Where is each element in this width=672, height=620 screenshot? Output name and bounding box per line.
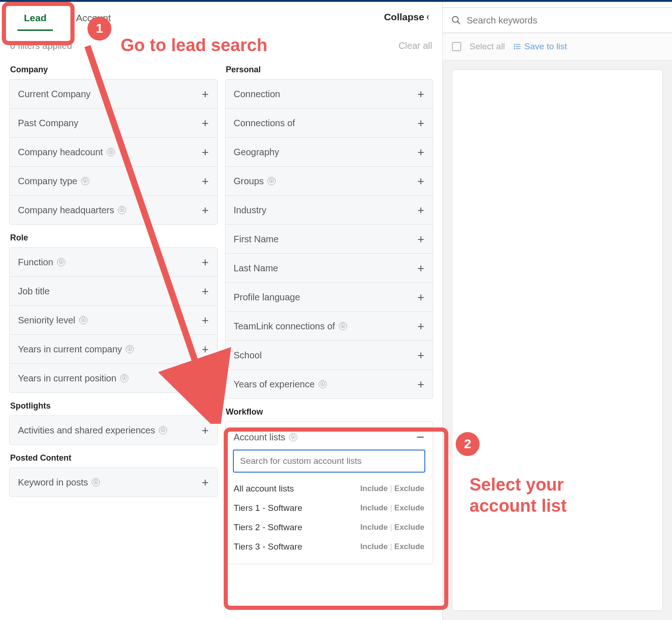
tab-account[interactable]: Account	[61, 3, 126, 31]
filter-first-name[interactable]: First Name+	[226, 225, 433, 254]
group-role: Function⦿+ Job title+ Seniority level⦿+ …	[9, 247, 218, 393]
tab-lead-label: Lead	[24, 12, 46, 23]
plus-icon: +	[417, 146, 424, 158]
chevron-left-icon: ‹	[427, 11, 429, 23]
list-item[interactable]: All account lists Include|Exclude	[234, 479, 425, 498]
search-icon	[451, 15, 461, 25]
filter-past-company[interactable]: Past Company+	[10, 109, 217, 138]
list-item[interactable]: Tiers 3 - Software Include|Exclude	[234, 537, 425, 556]
select-all-label: Select all	[469, 41, 505, 52]
keyword-search-bar	[443, 7, 672, 33]
svg-line-1	[458, 22, 460, 24]
filter-years-current-position[interactable]: Years in current position⦿+	[10, 364, 217, 392]
collapse-button[interactable]: Collapse ‹	[384, 11, 433, 23]
plus-icon: +	[202, 314, 209, 326]
filter-years-current-company[interactable]: Years in current company⦿+	[10, 335, 217, 364]
info-icon: ⦿	[81, 177, 89, 185]
info-icon: ⦿	[267, 177, 276, 185]
filter-connections-of[interactable]: Connections of+	[226, 109, 433, 138]
plus-icon: +	[417, 349, 424, 361]
keyword-search-input[interactable]	[467, 15, 664, 26]
collapse-label: Collapse	[384, 12, 424, 23]
group-company: Current Company+ Past Company+ Company h…	[9, 79, 218, 225]
include-button[interactable]: Include	[360, 542, 388, 551]
exclude-button[interactable]: Exclude	[394, 503, 424, 512]
results-toolbar: Select all Save to list	[443, 33, 672, 60]
filter-account-lists[interactable]: Account lists⦿ −	[226, 422, 433, 450]
info-icon: ⦿	[339, 322, 347, 330]
group-posted: Keyword in posts⦿+	[9, 468, 218, 497]
plus-icon: +	[202, 343, 209, 355]
filter-geography[interactable]: Geography+	[226, 138, 433, 167]
plus-icon: +	[202, 256, 209, 268]
group-personal: Connection+ Connections of+ Geography+ G…	[225, 79, 434, 399]
plus-icon: +	[202, 117, 209, 129]
clear-all-button[interactable]: Clear all	[399, 41, 432, 51]
list-item[interactable]: Tiers 1 - Software Include|Exclude	[234, 498, 425, 518]
filter-industry[interactable]: Industry+	[226, 196, 433, 225]
workflow-account-lists-panel: Account lists⦿ − All account lists Inclu…	[225, 421, 434, 564]
save-to-list-button[interactable]: Save to list	[513, 41, 567, 52]
info-icon: ⦿	[319, 380, 327, 388]
filter-last-name[interactable]: Last Name+	[226, 254, 433, 283]
exclude-button[interactable]: Exclude	[394, 523, 424, 532]
exclude-button[interactable]: Exclude	[394, 542, 424, 551]
filter-function[interactable]: Function⦿+	[10, 248, 217, 277]
account-lists-search-input[interactable]	[233, 450, 426, 473]
plus-icon: +	[202, 476, 209, 488]
include-button[interactable]: Include	[360, 523, 388, 532]
filter-profile-language[interactable]: Profile language+	[226, 283, 433, 312]
info-icon: ⦿	[57, 258, 65, 266]
account-lists-options: All account lists Include|Exclude Tiers …	[226, 479, 433, 564]
plus-icon: +	[202, 146, 209, 158]
minus-icon: −	[416, 430, 424, 444]
filter-school[interactable]: School+	[226, 341, 433, 370]
tab-account-label: Account	[76, 12, 111, 23]
filter-keyword-posts[interactable]: Keyword in posts⦿+	[10, 468, 217, 497]
svg-point-0	[452, 17, 458, 23]
filter-company-type[interactable]: Company type⦿+	[10, 167, 217, 196]
filter-job-title[interactable]: Job title+	[10, 277, 217, 306]
filter-activities[interactable]: Activities and shared experiences⦿+	[10, 416, 217, 445]
filter-years-experience[interactable]: Years of experience⦿+	[226, 370, 433, 398]
info-icon: ⦿	[118, 206, 126, 214]
exclude-button[interactable]: Exclude	[394, 484, 424, 493]
filter-teamlink[interactable]: TeamLink connections of⦿+	[226, 312, 433, 341]
filter-groups[interactable]: Groups⦿+	[226, 167, 433, 196]
plus-icon: +	[202, 372, 209, 384]
filter-seniority[interactable]: Seniority level⦿+	[10, 306, 217, 335]
info-icon: ⦿	[120, 374, 128, 382]
plus-icon: +	[202, 285, 209, 297]
info-icon: ⦿	[126, 345, 134, 353]
results-card	[452, 70, 663, 611]
filters-applied-count: 0 filters applied	[10, 41, 72, 51]
filter-current-company[interactable]: Current Company+	[10, 80, 217, 109]
heading-company: Company	[10, 65, 218, 75]
plus-icon: +	[417, 175, 424, 187]
include-button[interactable]: Include	[360, 503, 388, 512]
plus-icon: +	[417, 320, 424, 332]
plus-icon: +	[417, 291, 424, 303]
plus-icon: +	[202, 204, 209, 216]
plus-icon: +	[417, 88, 424, 100]
plus-icon: +	[202, 88, 209, 100]
filter-company-headcount[interactable]: Company headcount⦿+	[10, 138, 217, 167]
heading-spotlights: Spotlights	[10, 401, 218, 411]
results-pane: Select all Save to list	[443, 2, 672, 620]
info-icon: ⦿	[107, 148, 115, 156]
filter-connection[interactable]: Connection+	[226, 80, 433, 109]
list-item[interactable]: Tiers 2 - Software Include|Exclude	[234, 518, 425, 537]
svg-point-6	[514, 46, 515, 47]
select-all-checkbox[interactable]	[452, 42, 461, 51]
filter-company-hq[interactable]: Company headquarters⦿+	[10, 196, 217, 224]
filter-col-right: Personal Connection+ Connections of+ Geo…	[225, 65, 434, 564]
plus-icon: +	[202, 175, 209, 187]
svg-point-7	[514, 48, 515, 49]
tab-lead[interactable]: Lead	[9, 3, 61, 31]
tabs-row: Lead Account Collapse ‹	[0, 2, 442, 32]
filter-col-left: Company Current Company+ Past Company+ C…	[9, 65, 218, 564]
plus-icon: +	[417, 117, 424, 129]
plus-icon: +	[417, 233, 424, 245]
include-button[interactable]: Include	[360, 484, 388, 493]
svg-point-5	[514, 44, 515, 45]
